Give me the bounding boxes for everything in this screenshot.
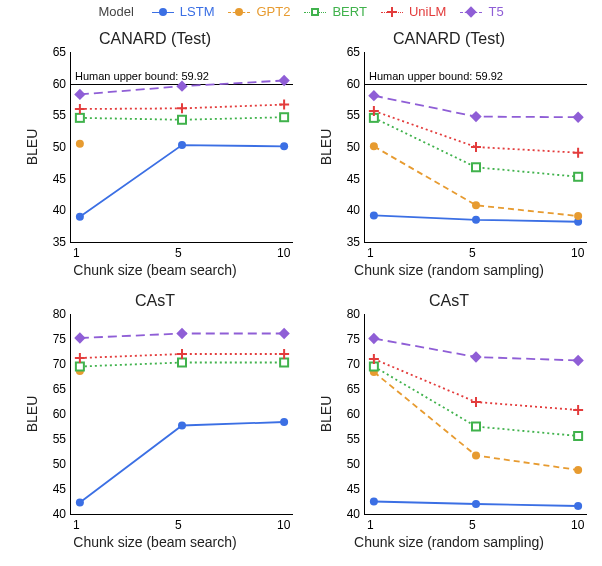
svg-point-1 [178, 141, 186, 149]
x-tick: 5 [175, 518, 182, 532]
y-tick: 35 [53, 235, 66, 249]
circle-marker-icon [159, 8, 167, 16]
plot-area [364, 314, 587, 515]
y-tick: 55 [53, 432, 66, 446]
x-axis-label: Chunk size (beam search) [12, 534, 298, 550]
panel-br: CAsT BLEU 404550556065707580 1510 Chunk … [306, 292, 592, 556]
y-axis-label: BLEU [318, 396, 334, 433]
legend: Model LSTM GPT2 BERT [0, 4, 602, 19]
y-tick: 70 [347, 357, 360, 371]
y-tick: 50 [53, 457, 66, 471]
svg-rect-17 [472, 163, 480, 171]
y-tick: 65 [347, 45, 360, 59]
panel-bl: CAsT BLEU 404550556065707580 1510 Chunk … [12, 292, 298, 556]
y-tick: 45 [347, 172, 360, 186]
svg-point-34 [574, 502, 582, 510]
y-tick: 55 [347, 108, 360, 122]
svg-point-14 [472, 201, 480, 209]
y-tick: 60 [347, 77, 360, 91]
plus-marker-icon [387, 7, 397, 17]
y-axis-label: BLEU [24, 129, 40, 166]
x-tick: 10 [277, 518, 290, 532]
chart-series [71, 314, 293, 514]
legend-item-gpt2: GPT2 [228, 4, 290, 19]
legend-swatch-bert [304, 5, 326, 19]
y-tick: 40 [53, 203, 66, 217]
svg-point-0 [76, 213, 84, 221]
x-tick: 5 [175, 246, 182, 260]
svg-rect-27 [178, 359, 186, 367]
y-tick: 70 [53, 357, 66, 371]
y-tick: 40 [53, 507, 66, 521]
x-axis-label: Chunk size (random sampling) [306, 534, 592, 550]
chart-series [365, 52, 587, 242]
legend-label-t5: T5 [488, 4, 503, 19]
y-tick: 55 [347, 432, 360, 446]
svg-rect-29 [74, 332, 85, 343]
y-tick: 60 [53, 407, 66, 421]
svg-point-2 [280, 142, 288, 150]
svg-rect-20 [470, 111, 481, 122]
x-axis-label: Chunk size (random sampling) [306, 262, 592, 278]
y-tick: 50 [347, 140, 360, 154]
x-axis-label: Chunk size (beam search) [12, 262, 298, 278]
x-tick: 1 [73, 518, 80, 532]
svg-rect-42 [470, 351, 481, 362]
x-tick: 10 [571, 518, 584, 532]
x-tick: 1 [367, 246, 374, 260]
legend-swatch-lstm [152, 5, 174, 19]
y-axis-label: BLEU [318, 129, 334, 166]
svg-rect-7 [74, 89, 85, 100]
square-marker-icon [311, 8, 319, 16]
y-tick: 50 [53, 140, 66, 154]
legend-label-unilm: UniLM [409, 4, 447, 19]
y-tick: 80 [347, 307, 360, 321]
svg-point-36 [472, 452, 480, 460]
x-tick: 10 [571, 246, 584, 260]
svg-rect-39 [472, 423, 480, 431]
plot-area: Human upper bound: 59.92 [70, 52, 293, 243]
svg-rect-8 [176, 81, 187, 92]
legend-item-t5: T5 [460, 4, 503, 19]
svg-rect-40 [574, 432, 582, 440]
x-tick: 1 [73, 246, 80, 260]
svg-point-13 [370, 142, 378, 150]
svg-rect-30 [176, 328, 187, 339]
svg-rect-26 [76, 363, 84, 371]
svg-rect-4 [76, 114, 84, 122]
x-tick: 10 [277, 246, 290, 260]
svg-point-23 [178, 422, 186, 430]
svg-point-37 [574, 466, 582, 474]
plot-area: Human upper bound: 59.92 [364, 52, 587, 243]
svg-point-10 [370, 211, 378, 219]
x-tick: 5 [469, 246, 476, 260]
svg-rect-18 [574, 173, 582, 181]
legend-swatch-gpt2 [228, 5, 250, 19]
y-tick: 40 [347, 203, 360, 217]
y-tick: 45 [347, 482, 360, 496]
svg-rect-21 [572, 112, 583, 123]
plot-area [70, 314, 293, 515]
y-tick: 75 [53, 332, 66, 346]
y-tick: 65 [347, 382, 360, 396]
svg-point-32 [370, 498, 378, 506]
x-tick: 1 [367, 518, 374, 532]
panel-tl: CANARD (Test) BLEU 35404550556065 Human … [12, 30, 298, 284]
svg-rect-5 [178, 116, 186, 124]
y-tick: 60 [347, 407, 360, 421]
y-axis-label: BLEU [24, 396, 40, 433]
y-tick: 45 [53, 172, 66, 186]
diamond-marker-icon [466, 6, 477, 17]
legend-title: Model [98, 4, 133, 19]
x-tick: 5 [469, 518, 476, 532]
legend-item-lstm: LSTM [152, 4, 215, 19]
y-tick: 35 [347, 235, 360, 249]
svg-point-33 [472, 500, 480, 508]
y-tick: 55 [53, 108, 66, 122]
chart-series [71, 52, 293, 242]
svg-rect-9 [278, 75, 289, 86]
svg-rect-6 [280, 113, 288, 121]
chart-series [365, 314, 587, 514]
legend-swatch-t5 [460, 5, 482, 19]
y-tick: 40 [347, 507, 360, 521]
